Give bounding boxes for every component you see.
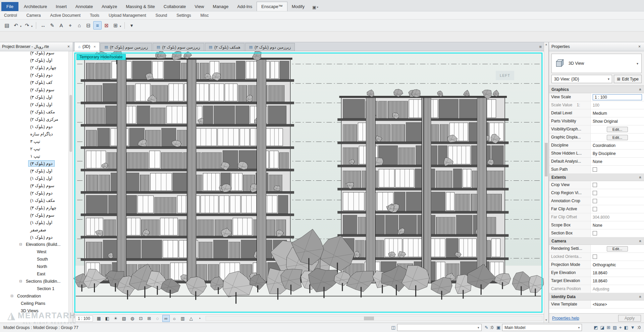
undo-icon[interactable]: ↶ — [12, 21, 20, 30]
scroll-up-icon[interactable]: ▲ — [544, 42, 548, 47]
tree-item-item[interactable]: سوم (بلوک ۲) — [0, 86, 68, 93]
customize-qat-icon[interactable]: ▾ — [127, 21, 136, 30]
aligned-dimension-icon[interactable]: ↔ — [39, 21, 47, 30]
view-tab-item[interactable]: ▤زیرزمین سوم (بلوک ۲) — [153, 43, 204, 51]
tree-item-item[interactable]: دوم (بلوک ۱) — [0, 123, 68, 130]
ribbon-tab-manage[interactable]: Manage — [208, 2, 233, 11]
chevron-down-icon[interactable]: ▾ — [31, 25, 33, 28]
discipline-value[interactable]: Coordination — [593, 143, 615, 148]
switch-windows-icon[interactable]: ⊞ — [111, 21, 120, 30]
tree-item-item[interactable]: تیپ ۱ — [0, 152, 68, 160]
view-template-value[interactable]: <None> — [593, 302, 607, 307]
close-tab-icon[interactable]: × — [94, 45, 96, 49]
section-icon[interactable]: ⊟ — [84, 21, 93, 30]
locked-orienta-checkbox[interactable] — [593, 255, 597, 259]
tree-item-ceiling-plans[interactable]: Ceiling Plans — [0, 300, 68, 307]
scale-value-1-value[interactable]: 100 — [593, 103, 599, 108]
unlocked-view-icon[interactable]: ◌ — [154, 315, 161, 322]
hide-analytical-model-icon[interactable]: △ — [187, 315, 195, 322]
properties-close-icon[interactable]: × — [637, 44, 642, 49]
tree-item-south[interactable]: South — [0, 256, 68, 263]
temporary-hide-isolate-icon[interactable]: ∞ — [162, 315, 170, 322]
tree-expander-icon[interactable]: ⊟ — [19, 243, 22, 246]
exclude-options-icon[interactable]: ◩ — [594, 325, 598, 330]
chevron-down-icon[interactable]: ▾ — [317, 6, 318, 9]
camera-position-value[interactable]: Adjusting — [593, 287, 609, 291]
properties-help-link[interactable]: Properties help — [552, 316, 579, 321]
view-tab-item[interactable]: ▤همکف (بلوک ۲) — [205, 43, 245, 51]
type-selector-dropdown-icon[interactable]: ▾ — [637, 62, 638, 65]
scrollbar-thumb[interactable] — [545, 143, 548, 176]
ribbon-tab-architecture[interactable]: Architecture — [19, 2, 51, 11]
show-hidden-l-value[interactable]: By Discipline — [593, 151, 616, 156]
ribbon-tab-add-ins[interactable]: Add-Ins — [233, 2, 257, 11]
rendering-setti-edit-button[interactable]: Edit... — [607, 246, 628, 252]
active-workset-select[interactable]: ▾ — [397, 324, 482, 331]
view-scale-control[interactable]: 1 : 100 — [75, 316, 93, 322]
chevron-down-icon[interactable]: ▾ — [478, 326, 479, 329]
ribbon-tab-enscape[interactable]: Enscape™ — [257, 2, 287, 11]
tag-icon[interactable]: ⌖ — [66, 21, 74, 30]
ribbon-display-toggle-icon[interactable]: ▣ — [312, 5, 316, 10]
tree-item-item[interactable]: صفرصفر — [0, 226, 68, 233]
tree-item-item[interactable]: اول (بلوک ۳) — [0, 167, 68, 174]
scope-box-value[interactable]: None — [593, 223, 602, 228]
project-browser-scrollbar[interactable] — [68, 51, 73, 323]
tree-item-west[interactable]: West — [0, 248, 68, 256]
crop-view-checkbox[interactable] — [593, 183, 597, 187]
tree-item-item[interactable]: دوم (بلوک ۳) — [0, 160, 68, 167]
visual-style-icon[interactable]: ◧ — [104, 315, 111, 322]
target-elevation-value[interactable]: 18.8640 — [593, 279, 607, 283]
tree-item-item[interactable]: دیاگرام سازه — [0, 130, 68, 137]
tree-item-item[interactable]: دوم (بلوک ۲) — [0, 189, 68, 197]
show-rendering-dialog-icon[interactable]: ◍ — [129, 315, 136, 322]
ribbon-tab-view[interactable]: View — [190, 2, 208, 11]
tree-item-east[interactable]: East — [0, 270, 68, 278]
tree-item-item[interactable]: اول (بلوک ۲) — [0, 101, 68, 108]
thin-lines-icon[interactable]: ≡ — [93, 21, 102, 30]
tab-list-icon[interactable]: ≡ — [539, 44, 542, 49]
ribbon-tab-file[interactable]: File — [1, 2, 18, 11]
tree-item-item[interactable]: کف (بلوک ۳) — [0, 78, 68, 86]
type-selector[interactable]: 3D View ▾ — [551, 54, 642, 73]
scrollbar-thumb[interactable] — [364, 317, 374, 320]
sun-path-checkbox[interactable] — [593, 167, 597, 172]
tree-item-section-1[interactable]: Section 1 — [0, 285, 68, 292]
ribbon-tab-collaborate[interactable]: Collaborate — [159, 2, 191, 11]
reveal-hidden-elements-icon[interactable]: ☼ — [171, 315, 178, 322]
detail-line-icon[interactable]: ✎ — [48, 21, 56, 30]
tree-item-item[interactable]: اول (بلوک ۱) — [0, 219, 68, 226]
tree-item-elevations-build[interactable]: ⊟Elevations (Build... — [0, 241, 68, 248]
tree-item-item[interactable]: تیپ ۲ — [0, 145, 68, 152]
collapse-section-icon[interactable]: « — [638, 88, 643, 91]
chevron-down-icon[interactable]: ▾ — [120, 25, 121, 28]
canvas-vertical-scrollbar[interactable]: ▲ ▼ — [544, 42, 549, 323]
detail-level-icon[interactable]: ▦ — [95, 315, 103, 322]
tree-item-item[interactable]: سوم (بلوک ۲) — [0, 51, 68, 56]
view-scale-input[interactable]: 1 : 100 — [593, 94, 642, 100]
tree-item-item[interactable]: اول (بلوک ۱) — [0, 174, 68, 182]
view-tab-item[interactable]: ▤زیرزمین سوم (بلوک ۳) — [100, 43, 152, 51]
tree-item-item[interactable]: مرکزی (بلوک ۲) — [0, 115, 68, 123]
press-drag-icon[interactable]: ◪ — [600, 325, 604, 330]
collapse-section-icon[interactable]: « — [638, 176, 643, 178]
select-pinned-icon[interactable]: ⌖ — [619, 325, 622, 330]
scroll-down-icon[interactable]: ▼ — [544, 318, 548, 323]
tree-item-sections-buildin[interactable]: ⊟Sections (Buildin... — [0, 278, 68, 285]
tree-item-item[interactable]: چهارم (بلوک ۲) — [0, 64, 68, 71]
eye-elevation-value[interactable]: 18.8640 — [593, 271, 607, 275]
far-clip-offset-value[interactable]: 304.8000 — [593, 215, 609, 220]
tree-item-item[interactable]: سوم (بلوک ۳) — [0, 182, 68, 189]
scrollbar-thumb[interactable] — [69, 95, 72, 152]
viewcube-left-face[interactable]: LEFT — [496, 71, 514, 80]
crop-region-vi-checkbox[interactable] — [593, 191, 597, 195]
detail-level-value[interactable]: Medium — [593, 111, 607, 116]
text-icon[interactable]: A — [57, 21, 65, 30]
chevron-down-icon[interactable]: ▾ — [578, 326, 580, 329]
ribbon-tab-insert[interactable]: Insert — [51, 2, 71, 11]
project-browser-close-icon[interactable]: × — [66, 44, 71, 49]
section-header-identity-data[interactable]: Identity Data« — [549, 293, 644, 300]
editing-requests[interactable]: ✎:0 — [485, 325, 493, 330]
tree-item-item[interactable]: اول (بلوک ۳) — [0, 56, 68, 64]
select-underlay-icon[interactable]: ▨ — [613, 325, 617, 330]
